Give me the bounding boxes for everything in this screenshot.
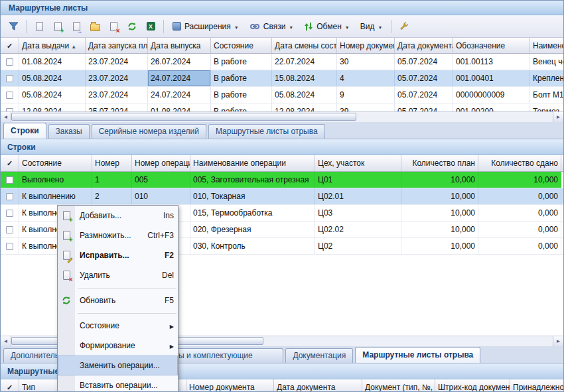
menu-item-refresh[interactable]: Обновить F5 <box>58 291 178 310</box>
col-header-name[interactable]: Наименование <box>530 38 563 53</box>
col-header-release-date[interactable]: Дата выпуска <box>148 38 211 53</box>
col-header-qty-plan[interactable]: Количество план <box>401 155 478 171</box>
col-header-barcode[interactable]: Штрих-код документа <box>435 379 510 392</box>
select-all-header[interactable] <box>1 379 19 392</box>
col-header-operation-name[interactable]: Наименование операции <box>190 155 315 171</box>
copy-button[interactable] <box>49 19 66 34</box>
view-menu-button[interactable]: Вид <box>356 19 388 34</box>
table-row-selected[interactable]: 05.08.2024 23.07.2024 24.07.2024 В работ… <box>1 70 563 87</box>
col-header-number[interactable]: Номер <box>92 155 132 171</box>
menu-item-edit[interactable]: Исправить... F2 <box>58 245 178 265</box>
tab-serial-numbers[interactable]: Серийные номера изделий <box>92 124 206 139</box>
scroll-right-arrow-icon[interactable] <box>553 112 563 122</box>
table-row[interactable]: 12.08.2024 25.07.2024 01.08.2024 В работ… <box>1 103 563 111</box>
menu-item-formation[interactable]: Формирование <box>58 336 178 356</box>
row-checkbox[interactable] <box>6 75 13 82</box>
table-row[interactable]: 05.08.2024 23.07.2024 24.07.2024 В работ… <box>1 87 563 103</box>
col-header-qty-done[interactable]: Количество сдано <box>478 155 561 171</box>
col-header-belonging[interactable]: Принадлежность <box>510 379 563 392</box>
scroll-left-arrow-icon[interactable] <box>1 336 11 346</box>
col-header-doc-number[interactable]: Номер документа <box>337 38 395 53</box>
links-menu-button[interactable]: Связи <box>245 19 299 34</box>
menu-item-label: Добавить... <box>75 211 121 220</box>
scroll-right-arrow-icon[interactable] <box>553 336 563 346</box>
tab-tear-off-route-sheets[interactable]: Маршрутные листы отрыва <box>355 347 480 363</box>
col-header-document[interactable]: Документ (тип, №, дата) <box>362 379 435 392</box>
row-checkbox[interactable] <box>6 243 13 250</box>
context-menu: Добавить... Ins Размножить... Ctrl+F3 Ис… <box>57 205 178 392</box>
tab-zakazy[interactable]: Заказы <box>48 124 90 139</box>
menu-item-duplicate[interactable]: Размножить... Ctrl+F3 <box>58 226 178 245</box>
table-row[interactable]: 01.08.2024 23.07.2024 26.07.2024 В работ… <box>1 54 563 70</box>
select-all-header[interactable] <box>1 155 19 171</box>
row-checkbox[interactable] <box>6 108 13 112</box>
grid-cell: 0,000 <box>478 205 561 221</box>
grid-cell: 25.07.2024 <box>86 103 148 111</box>
partially-visible-row-clip: 12.08.2024 25.07.2024 01.08.2024 В работ… <box>1 103 563 111</box>
chevron-down-icon <box>378 22 382 31</box>
horizontal-scrollbar[interactable] <box>1 111 563 122</box>
scrollbar-track[interactable] <box>11 112 553 122</box>
col-header-issue-date[interactable]: Дата выдачи <box>19 38 86 53</box>
col-header-state[interactable]: Состояние <box>211 38 272 53</box>
scroll-left-arrow-icon[interactable] <box>1 112 11 122</box>
menu-item-state[interactable]: Состояние <box>58 316 178 336</box>
menu-item-add[interactable]: Добавить... Ins <box>58 206 178 226</box>
grid-cell <box>1 70 19 86</box>
settings-button[interactable] <box>395 19 413 34</box>
tab-stroki[interactable]: Строки <box>3 123 46 139</box>
exchange-menu-button[interactable]: Обмен <box>299 19 354 34</box>
open-button[interactable] <box>86 19 104 34</box>
menu-item-label: Заменить операции... <box>75 361 160 370</box>
row-checkbox[interactable] <box>6 210 13 217</box>
grid-cell: Ц02.02 <box>315 222 401 237</box>
row-checkbox[interactable] <box>6 92 13 99</box>
select-all-header[interactable] <box>1 38 19 53</box>
grid-cell: В работе <box>211 54 272 70</box>
table-row-selected[interactable]: К выполнению 2 010 010, Токарная Ц02.01 … <box>1 188 563 205</box>
menu-item-replace-operations[interactable]: Заменить операции... <box>58 356 178 375</box>
menu-item-label: Исправить... <box>75 251 129 260</box>
grid-cell: К выполнению <box>19 188 92 204</box>
delete-button[interactable] <box>105 19 122 34</box>
filter-icon <box>9 22 19 31</box>
tab-tear-off-route-sheets[interactable]: Маршрутные листы отрыва <box>208 124 325 139</box>
col-header-operation-number[interactable]: Номер операции <box>132 155 190 171</box>
menu-item-delete[interactable]: Удалить Del <box>58 265 178 285</box>
filter-button[interactable] <box>5 19 22 34</box>
col-header-doc-number[interactable]: Номер документа <box>186 379 274 392</box>
row-checkbox[interactable] <box>6 58 13 66</box>
grid-cell <box>1 87 19 103</box>
col-header-start-date[interactable]: Дата запуска план <box>86 38 148 53</box>
col-header-workshop[interactable]: Цех, участок <box>315 155 401 171</box>
tab-documentation[interactable]: Документация <box>285 348 353 363</box>
route-sheets-header-row: Дата выдачи Дата запуска план Дата выпус… <box>1 38 563 54</box>
excel-icon <box>147 22 155 31</box>
grid-cell: 23.07.2024 <box>86 87 148 103</box>
grid-cell <box>1 188 19 204</box>
col-header-state-change-date[interactable]: Дата смены состояния <box>272 38 337 53</box>
scrollbar-thumb[interactable] <box>11 113 356 121</box>
row-checkbox[interactable] <box>6 176 13 184</box>
grid-cell <box>1 238 19 254</box>
row-checkbox[interactable] <box>6 193 13 200</box>
refresh-button[interactable] <box>123 19 141 34</box>
grid-cell: 010, Токарная <box>190 188 315 204</box>
route-sheets-table: Дата выдачи Дата запуска план Дата выпус… <box>1 38 563 111</box>
excel-export-button[interactable] <box>142 19 159 34</box>
grid-cell: 2 <box>92 188 132 204</box>
table-row-done[interactable]: Выполнено 1 005 005, Заготовительная отр… <box>1 172 563 188</box>
grid-cell: 00000000009 <box>453 87 530 103</box>
grid-cell: 01.08.2024 <box>148 103 211 111</box>
row-checkbox[interactable] <box>6 226 13 233</box>
grid-cell: 26.07.2024 <box>148 54 211 70</box>
menu-item-insert-operations[interactable]: Вставить операции... <box>58 375 178 392</box>
extensions-menu-button[interactable]: Расширения <box>168 19 244 34</box>
menu-icon-box <box>58 296 75 305</box>
col-header-doc-date[interactable]: Дата документа <box>274 379 362 392</box>
col-header-state[interactable]: Состояние <box>19 155 92 171</box>
col-header-doc-date[interactable]: Дата документа <box>395 38 453 53</box>
col-header-designation[interactable]: Обозначение <box>453 38 530 53</box>
new-button[interactable] <box>31 19 48 34</box>
insert-button[interactable] <box>68 19 85 34</box>
